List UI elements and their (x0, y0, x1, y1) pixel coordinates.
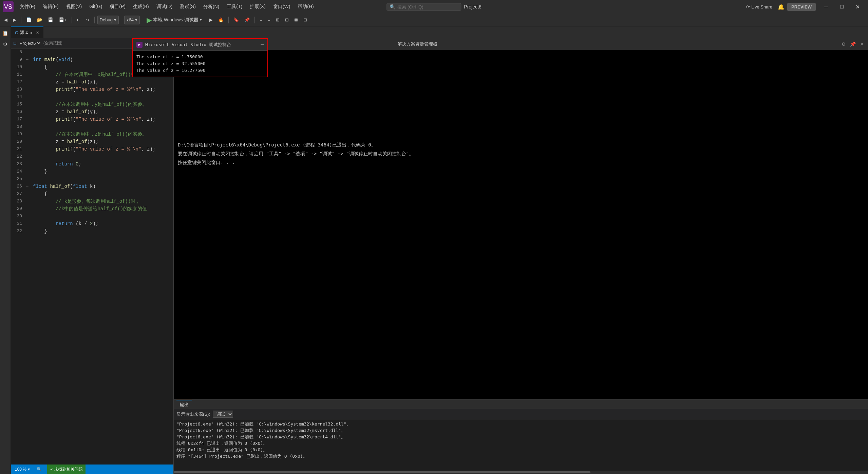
menu-item[interactable]: 调试(D) (153, 2, 176, 11)
preview-button[interactable]: PREVIEW (787, 3, 816, 11)
output-tab-output[interactable]: 输出 (176, 400, 192, 409)
tab-close-button[interactable]: ✕ (36, 31, 39, 35)
menu-item[interactable]: 编辑(E) (39, 2, 62, 11)
new-file-button[interactable]: 📄 (24, 16, 34, 23)
zoom-dropdown-icon: ▾ (28, 467, 30, 472)
scrollbar-thumb[interactable] (174, 471, 590, 473)
c-file-icon: C (15, 30, 18, 35)
sidebar-icon-1[interactable]: 📋 (1, 28, 10, 38)
console-line-3: 按任意键关闭此窗口. . . (178, 159, 864, 166)
search-input[interactable] (397, 4, 452, 9)
debug-output-line-1: The value of z = 1.750000 (174, 54, 264, 60)
code-line-14: 14 (11, 93, 173, 101)
code-line-31: 31 return (k / 2); (11, 220, 173, 228)
no-issues-status[interactable]: ✓ 未找到相关问题 (47, 465, 86, 474)
output-source-dropdown[interactable]: 调试 (213, 411, 233, 418)
zoom-level[interactable]: 100 % ▾ (14, 467, 31, 472)
close-panel-button[interactable]: ✕ (858, 41, 865, 47)
debug-output-line-2: The value of z = 32.555000 (174, 60, 264, 67)
title-bar-left: VS 文件(F)编辑(E)视图(V)Git(G)项目(P)生成(B)调试(D)测… (3, 1, 317, 12)
menu-item[interactable]: 帮助(H) (294, 2, 317, 11)
output-line-5: 线程 0x1f0c 已退出，返回值为 0 (0x0)。 (176, 447, 865, 453)
toolbar-separator-1 (21, 17, 21, 23)
project-title: Project6 (464, 4, 481, 9)
console-line-1: D:\C语言项目\Project6\x64\Debug\Project6.exe… (178, 141, 864, 149)
editor-tabs: C 源.c ● ✕ (11, 26, 868, 38)
zoom-icon[interactable]: 🔍 (35, 467, 43, 472)
undo-button[interactable]: ↩ (75, 16, 82, 23)
fire-button[interactable]: 🔥 (216, 16, 226, 23)
content-area: C 源.c ● ✕ □ Project6 (全局范围) (11, 26, 868, 474)
code-line-23: 23 return 0; (11, 160, 173, 168)
code-editor-content[interactable]: 8 9 ─ int main(void) 10 { (11, 48, 173, 465)
maximize-button[interactable]: □ (834, 0, 850, 14)
sidebar-icon-2[interactable]: ⚙ (1, 39, 10, 49)
sidebar: 📋 ⚙ (0, 26, 11, 474)
save-button[interactable]: 💾 (46, 16, 55, 23)
minimize-button[interactable]: ─ (818, 0, 834, 14)
output-line-1: "Project6.exe" (Win32): 已加载 "C:\Windows\… (176, 421, 865, 427)
status-bar: 100 % ▾ 🔍 ✓ 未找到相关问题 (11, 465, 173, 474)
code-line-13: 13 printf("The value of z = %f\n", z); (11, 86, 173, 93)
output-source-label: 显示输出来源(S): (176, 411, 210, 417)
bookmark-add-button[interactable]: 📌 (242, 16, 252, 23)
solution-explorer-title: 解决方案资源管理器 (398, 41, 618, 47)
arch-dropdown[interactable]: x64 ▾ (124, 16, 140, 24)
misc-button-2[interactable]: ⊟ (283, 16, 291, 23)
build-config-dropdown[interactable]: Debug ▾ (97, 16, 119, 24)
editor-console-split: □ Project6 (全局范围) 8 9 (11, 38, 868, 474)
code-line-22: 22 (11, 153, 173, 160)
live-share-icon: ⟳ (746, 4, 750, 9)
code-line-27: 27 { (11, 190, 173, 198)
title-bar-center: 🔍 Project6 (386, 3, 481, 11)
scope-label: (全局范围) (43, 40, 62, 46)
code-line-17: 17 printf("The value of z = %f\n", z); (11, 116, 173, 123)
code-line-12: 12 z = half_of(x); (11, 78, 173, 86)
save-all-button[interactable]: 💾+ (57, 16, 69, 23)
chevron-down-icon: ▾ (114, 17, 116, 22)
output-line-6: 程序 "[3464] Project6.exe" 已退出，返回值为 0 (0x0… (176, 453, 865, 459)
output-line-4: 线程 0x2cf4 已退出，返回值为 0 (0x0)。 (176, 440, 865, 447)
misc-button-1[interactable]: ⊞ (274, 16, 282, 23)
menu-item[interactable]: 测试(S) (176, 2, 199, 11)
misc-button-4[interactable]: ⊡ (301, 16, 309, 23)
align-right-button[interactable]: ≡ (266, 16, 272, 23)
redo-button[interactable]: ↪ (84, 16, 92, 23)
forward-button[interactable]: ▶ (11, 16, 18, 23)
settings-icon[interactable]: ⚙ (840, 41, 847, 47)
bookmark-button[interactable]: 🔖 (231, 16, 241, 23)
menu-item[interactable]: 生成(B) (130, 2, 152, 11)
console-output: ▶ Microsoft Visual Studio 调试控制台 ─ The va… (174, 50, 868, 399)
code-line-24: 24 } (11, 168, 173, 175)
run-debug-button[interactable]: ▶ 本地 Windows 调试器 ▾ (145, 16, 204, 24)
code-line-21: 21 printf("The value of z = %f\n", z); (11, 145, 173, 153)
code-line-29: 29 //k中的值是传递给half_of()的实参的值 (11, 205, 173, 213)
title-bar: VS 文件(F)编辑(E)视图(V)Git(G)项目(P)生成(B)调试(D)测… (0, 0, 868, 14)
close-button[interactable]: ✕ (850, 0, 865, 14)
search-box[interactable]: 🔍 (386, 3, 461, 11)
output-line-2: "Project6.exe" (Win32): 已加载 "C:\Windows\… (176, 427, 865, 434)
tab-source-c[interactable]: C 源.c ● ✕ (11, 26, 43, 38)
code-line-25: 25 (11, 175, 173, 183)
live-share-button[interactable]: ⟳ Live Share (743, 3, 775, 11)
horizontal-scrollbar[interactable] (174, 471, 868, 474)
menu-item[interactable]: Git(G) (86, 2, 106, 11)
menu-item[interactable]: 分析(N) (200, 2, 223, 11)
open-file-button[interactable]: 📂 (35, 16, 44, 23)
run-label: 本地 Windows 调试器 (153, 17, 199, 23)
menu-item[interactable]: 窗口(W) (270, 2, 294, 11)
run-secondary-button[interactable]: ▶ (207, 16, 215, 23)
misc-button-3[interactable]: ⊠ (292, 16, 300, 23)
code-line-15: 15 //在本次调用中，y是half_of()的实参。 (11, 101, 173, 108)
menu-item[interactable]: 工具(T) (223, 2, 246, 11)
menu-item[interactable]: 扩展(X) (246, 2, 269, 11)
menu-item[interactable]: 视图(V) (63, 2, 86, 11)
back-button[interactable]: ◀ (2, 16, 10, 23)
project-dropdown[interactable]: Project6 (18, 40, 41, 46)
notifications-icon[interactable]: 🔔 (778, 4, 785, 10)
menu-item[interactable]: 文件(F) (16, 2, 39, 11)
align-left-button[interactable]: ≡ (258, 16, 264, 23)
debug-console-output: The value of z = 1.750000 The value of z… (174, 51, 267, 77)
pin-icon[interactable]: 📌 (849, 41, 857, 47)
menu-item[interactable]: 项目(P) (106, 2, 129, 11)
